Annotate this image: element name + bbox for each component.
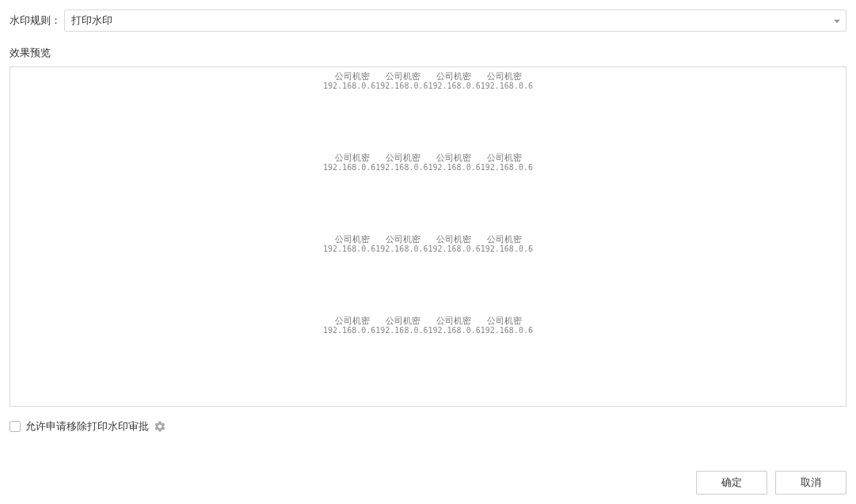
watermark-ip-cell: 192.168.0.6 [323,245,375,253]
watermark-cell: 公司机密 [335,72,370,81]
watermark-ip-cell: 192.168.0.6 [375,327,428,335]
watermark-cell: 公司机密 [436,235,471,244]
watermark-text-line2: 192.168.0.6192.168.0.6192.168.0.6192.168… [323,327,533,335]
watermark-cell: 公司机密 [436,153,471,162]
cancel-button[interactable]: 取消 [775,471,846,495]
watermark-ip-cell: 192.168.0.6 [428,245,481,253]
watermark-cell: 公司机密 [487,316,522,325]
watermark-cell: 公司机密 [487,153,522,162]
watermark-ip-cell: 192.168.0.6 [323,164,375,172]
watermark-ip-cell: 192.168.0.6 [323,82,375,90]
watermark-text-line1: 公司机密公司机密公司机密公司机密 [323,316,533,325]
caret-down-icon [834,17,840,25]
ok-button[interactable]: 确定 [696,471,767,495]
watermark-rule-label: 水印规则： [10,13,61,28]
watermark-cell: 公司机密 [386,316,420,325]
watermark-text-line2: 192.168.0.6192.168.0.6192.168.0.6192.168… [323,245,533,253]
watermark-cell: 公司机密 [386,235,420,244]
watermark-ip-cell: 192.168.0.6 [481,164,533,172]
watermark-ip-cell: 192.168.0.6 [481,327,533,335]
watermark-ip-cell: 192.168.0.6 [375,245,428,253]
allow-remove-approval-checkbox[interactable] [10,421,21,432]
watermark-row: 公司机密公司机密公司机密公司机密192.168.0.6192.168.0.619… [323,72,533,90]
watermark-ip-cell: 192.168.0.6 [375,164,428,172]
watermark-text-line1: 公司机密公司机密公司机密公司机密 [323,235,533,244]
watermark-cell: 公司机密 [335,153,370,162]
watermark-ip-cell: 192.168.0.6 [428,82,481,90]
watermark-ip-cell: 192.168.0.6 [481,245,533,253]
watermark-text-line1: 公司机密公司机密公司机密公司机密 [323,72,533,81]
watermark-cell: 公司机密 [335,235,370,244]
preview-box: 公司机密公司机密公司机密公司机密192.168.0.6192.168.0.619… [10,66,846,407]
watermark-cell: 公司机密 [335,316,370,325]
watermark-text-line1: 公司机密公司机密公司机密公司机密 [323,153,533,162]
watermark-rule-selected-value: 打印水印 [71,13,112,28]
watermark-ip-cell: 192.168.0.6 [481,82,533,90]
allow-remove-approval-label: 允许申请移除打印水印审批 [25,419,149,434]
preview-label: 效果预览 [10,46,846,60]
gear-icon[interactable] [154,420,166,433]
watermark-cell: 公司机密 [436,72,471,81]
watermark-row: 公司机密公司机密公司机密公司机密192.168.0.6192.168.0.619… [323,153,533,172]
watermark-cell: 公司机密 [386,72,420,81]
watermark-ip-cell: 192.168.0.6 [323,327,375,335]
watermark-cell: 公司机密 [487,72,522,81]
watermark-ip-cell: 192.168.0.6 [428,327,481,335]
watermark-grid: 公司机密公司机密公司机密公司机密192.168.0.6192.168.0.619… [323,67,533,335]
watermark-rule-select[interactable]: 打印水印 [64,9,846,32]
watermark-cell: 公司机密 [436,316,471,325]
watermark-row: 公司机密公司机密公司机密公司机密192.168.0.6192.168.0.619… [323,316,533,335]
watermark-cell: 公司机密 [487,235,522,244]
watermark-ip-cell: 192.168.0.6 [428,164,481,172]
watermark-ip-cell: 192.168.0.6 [375,82,428,90]
watermark-cell: 公司机密 [386,153,420,162]
watermark-row: 公司机密公司机密公司机密公司机密192.168.0.6192.168.0.619… [323,235,533,253]
watermark-text-line2: 192.168.0.6192.168.0.6192.168.0.6192.168… [323,82,533,90]
watermark-text-line2: 192.168.0.6192.168.0.6192.168.0.6192.168… [323,164,533,172]
